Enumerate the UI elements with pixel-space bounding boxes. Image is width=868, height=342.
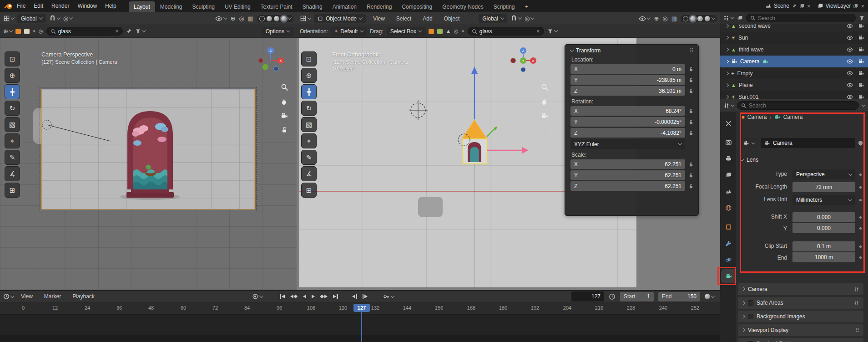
outliner-item-plane[interactable]: ▲Plane — [720, 79, 868, 91]
tool-add-cube[interactable]: ⊞ — [301, 183, 317, 198]
transform-panel-header[interactable]: Transform — [570, 47, 601, 54]
tool-move[interactable]: ╋ — [5, 84, 20, 99]
workspace-tab-uv-editing[interactable]: UV Editing — [220, 1, 256, 12]
hide-eye-icon[interactable] — [847, 46, 853, 53]
properties-options-icon[interactable] — [862, 103, 865, 107]
workspace-tab-scripting[interactable]: Scripting — [489, 1, 520, 12]
primary-color-swatch[interactable] — [15, 29, 21, 34]
use-preview-range-icon[interactable] — [609, 293, 616, 300]
show-visibilities-button[interactable] — [639, 15, 650, 22]
snap-target-icon[interactable]: ◎ — [39, 29, 43, 34]
play-reverse-button[interactable] — [301, 293, 308, 300]
tool-measure[interactable]: ∡ — [5, 166, 20, 181]
frame-end-field[interactable]: End150 — [658, 292, 700, 301]
lens-type-dropdown[interactable]: Perspective — [792, 169, 855, 179]
properties-tab-camera-data[interactable] — [721, 269, 736, 283]
lock-icon[interactable] — [688, 184, 694, 189]
proportional-editing-button[interactable]: ◎ — [63, 15, 72, 21]
frame-start-field[interactable]: Start1 — [620, 292, 654, 301]
scene-selector[interactable]: Scene × — [765, 3, 811, 9]
mesh-filter-icon[interactable]: ▲ — [446, 29, 451, 34]
menu-window[interactable]: Window — [73, 1, 101, 11]
jump-to-end-button[interactable] — [331, 292, 340, 301]
playhead-line[interactable] — [361, 311, 362, 342]
menu-object[interactable]: Object — [440, 14, 464, 24]
properties-tab-world[interactable] — [721, 201, 736, 215]
clip-start-field[interactable]: 0.1 m — [792, 241, 855, 251]
tool-transform[interactable]: ⌖ — [301, 133, 317, 148]
workspace-tab-modeling[interactable]: Modeling — [155, 1, 187, 12]
secondary-color-swatch[interactable] — [437, 29, 443, 34]
viewport-search-input[interactable]: glass × — [468, 27, 544, 36]
pan-hand-icon[interactable] — [541, 98, 549, 106]
location-x-field[interactable]: X0 m — [570, 64, 685, 74]
tool-rotate[interactable]: ↻ — [5, 101, 20, 116]
safe-areas-checkbox[interactable] — [748, 300, 753, 306]
camera-visibility-icon[interactable] — [858, 59, 864, 64]
properties-tab-tool[interactable] — [721, 116, 736, 130]
properties-tab-render[interactable] — [721, 135, 736, 149]
properties-tab-output[interactable] — [721, 152, 736, 166]
outliner-item-empty[interactable]: +Empty — [720, 67, 868, 79]
lens-unit-dropdown[interactable]: Millimeters — [792, 195, 855, 205]
animate-dot[interactable] — [859, 256, 862, 259]
sliders-icon[interactable] — [853, 286, 859, 292]
transform-orientation-dropdown[interactable]: Global — [17, 14, 46, 23]
panel-grip-icon[interactable]: ⠿ — [689, 48, 694, 54]
properties-search-input[interactable]: Search — [737, 101, 859, 110]
hide-eye-icon[interactable] — [847, 70, 853, 77]
location-y-field[interactable]: Y-239.85 m — [570, 75, 685, 85]
tool-rotate[interactable]: ↻ — [301, 101, 317, 116]
lock-icon[interactable] — [688, 66, 694, 72]
workspace-tab-layout[interactable]: Layout — [129, 1, 155, 12]
camera-visibility-icon[interactable] — [858, 71, 864, 76]
proportional-filter-icon[interactable]: ◎ — [454, 29, 459, 34]
proportional-editing-button[interactable]: ◎ — [525, 15, 534, 21]
tool-cursor[interactable]: ⊕ — [5, 68, 20, 83]
hide-eye-icon[interactable] — [847, 94, 853, 99]
options-dropdown[interactable]: Options — [262, 27, 293, 36]
editor-type-button[interactable] — [300, 15, 311, 22]
new-scene-icon[interactable] — [799, 3, 805, 9]
panel-viewport-display[interactable]: Viewport Display⠿ — [738, 324, 863, 336]
outliner-item-sun-001[interactable]: ☀Sun.001 — [720, 91, 868, 99]
panel-safe-areas[interactable]: Safe Areas — [738, 297, 863, 309]
camera-view-icon[interactable] — [540, 112, 549, 119]
new-viewlayer-icon[interactable] — [853, 3, 858, 9]
lock-icon[interactable] — [688, 77, 694, 83]
tool-select-box[interactable]: ⊡ — [5, 51, 20, 66]
show-gizmo-icon[interactable]: ⊕ — [654, 15, 659, 21]
camera-id-dropdown[interactable] — [740, 138, 758, 148]
camera-frame[interactable] — [41, 89, 255, 209]
jump-to-start-button[interactable] — [278, 292, 287, 301]
menu-select[interactable]: Select — [392, 14, 415, 24]
tool-cursor[interactable]: ⊕ — [301, 68, 317, 83]
secondary-color-swatch[interactable] — [24, 29, 30, 34]
navigation-gizmo[interactable]: Z X — [256, 46, 285, 75]
outliner-search-input[interactable]: Search — [746, 14, 856, 22]
editor-type-button[interactable] — [723, 102, 734, 109]
menu-marker[interactable]: Marker — [40, 291, 65, 301]
animate-dot[interactable] — [859, 174, 862, 176]
editor-type-button[interactable] — [3, 293, 14, 300]
next-keyframe-button[interactable] — [318, 293, 330, 300]
theater-scene-object[interactable] — [118, 103, 182, 201]
sliders-icon[interactable] — [853, 300, 859, 306]
timeline-tracks[interactable] — [0, 315, 720, 335]
shading-solid-icon[interactable] — [267, 16, 272, 21]
viewport-search-input[interactable]: glass × — [46, 27, 123, 36]
camera-view-icon[interactable] — [280, 112, 288, 119]
workspace-tab-compositing[interactable]: Compositing — [397, 1, 437, 12]
display-mode-icon[interactable] — [737, 15, 743, 21]
tool-select-box[interactable]: ⊡ — [301, 51, 317, 66]
location-z-field[interactable]: Z36.101 m — [570, 86, 685, 96]
animate-dot[interactable] — [859, 227, 862, 230]
shading-rendered-icon[interactable] — [705, 16, 710, 21]
editor-type-button[interactable] — [3, 15, 14, 22]
lock-view-icon[interactable] — [281, 126, 288, 133]
origins-icon[interactable]: ⌖ — [33, 29, 35, 34]
rotation-x-field[interactable]: X68.24° — [570, 106, 685, 116]
shift-y-field[interactable]: 0.000 — [792, 223, 855, 233]
hide-eye-icon[interactable] — [847, 24, 853, 29]
toggle-xray-icon[interactable]: ▥ — [248, 15, 253, 21]
